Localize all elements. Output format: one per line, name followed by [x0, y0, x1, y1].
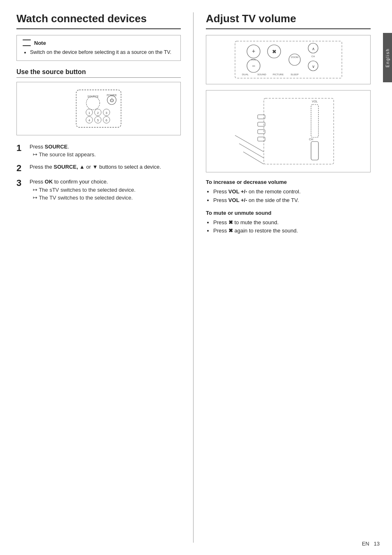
- svg-text:VOL: VOL: [311, 100, 317, 103]
- increase-item-1: Press VOL +/- on the remote control.: [213, 188, 371, 196]
- svg-rect-40: [311, 142, 318, 160]
- step-2: 2 Press the SOURCE, ▲ or ▼ buttons to se…: [16, 163, 181, 174]
- main-content: Watch connected devices Note Switch on t…: [0, 0, 383, 555]
- step-3-content: Press OK to confirm your choice. The sTV…: [30, 178, 136, 202]
- svg-text:∧: ∧: [311, 46, 314, 51]
- svg-text:✖: ✖: [272, 49, 276, 55]
- note-icon: [23, 39, 31, 46]
- note-box: Note Switch on the device before selecti…: [16, 35, 181, 61]
- step-3-bullet-2: The TV switches to the selected device.: [30, 194, 136, 202]
- svg-text:VOL: VOL: [251, 58, 256, 61]
- side-tab: English: [383, 33, 392, 82]
- svg-text:SOUND: SOUND: [257, 73, 266, 76]
- mute-heading: To mute or unmute sound: [206, 210, 371, 216]
- step-1-num: 1: [16, 143, 30, 159]
- svg-text:CH: CH: [309, 138, 313, 141]
- svg-text:POWER: POWER: [107, 94, 117, 97]
- svg-text:−: −: [251, 63, 255, 69]
- left-title: Watch connected devices: [16, 12, 181, 29]
- step-3-bullet-1: The sTV switches to the selected device.: [30, 186, 136, 194]
- svg-text:CH: CH: [311, 55, 315, 58]
- svg-text:5: 5: [97, 118, 99, 122]
- remote-svg: SOURCE POWER ⏻ 1 2 3 4: [53, 88, 144, 129]
- svg-text:⏻: ⏻: [110, 98, 114, 102]
- step-3-num: 3: [16, 178, 30, 202]
- svg-rect-37: [264, 98, 334, 164]
- svg-text:SOURCE: SOURCE: [88, 95, 99, 98]
- mute-item-1: Press ✖ to mute the sound.: [213, 218, 371, 227]
- svg-text:ZOOM: ZOOM: [291, 56, 298, 58]
- svg-text:1: 1: [88, 111, 90, 114]
- subsection-title: Use the source button: [16, 68, 181, 78]
- step-2-content: Press the SOURCE, ▲ or ▼ buttons to sele…: [30, 163, 161, 174]
- right-title: Adjust TV volume: [206, 12, 371, 29]
- step-1: 1 Press SOURCE. The source list appears.: [16, 143, 181, 159]
- mute-item-2: Press ✖ again to restore the sound.: [213, 227, 371, 235]
- mute-list: Press ✖ to mute the sound. Press ✖ again…: [206, 218, 371, 236]
- svg-text:+: +: [251, 48, 255, 54]
- svg-point-1: [86, 96, 100, 110]
- svg-text:2: 2: [97, 111, 99, 114]
- page-container: English Watch connected devices Note Swi…: [0, 0, 392, 555]
- svg-line-47: [239, 144, 264, 158]
- step-1-content: Press SOURCE. The source list appears.: [30, 143, 96, 159]
- vol-top-svg: + ✖ ∧ − ZOOM ∨ VOL: [231, 39, 346, 80]
- note-item: Switch on the device before selecting it…: [30, 49, 175, 56]
- note-text: Switch on the device before selecting it…: [23, 49, 175, 56]
- svg-text:SLEEP: SLEEP: [291, 73, 298, 76]
- svg-text:4: 4: [88, 118, 90, 122]
- increase-heading: To increase or decrease volume: [206, 179, 371, 185]
- svg-text:6: 6: [106, 118, 107, 122]
- note-header: Note: [23, 39, 175, 46]
- page-footer: EN 13: [362, 541, 380, 547]
- footer-lang: EN: [362, 541, 369, 547]
- remote-diagram: SOURCE POWER ⏻ 1 2 3 4: [16, 82, 181, 135]
- svg-rect-38: [311, 104, 318, 137]
- side-tab-label: English: [385, 48, 390, 67]
- svg-line-46: [243, 152, 264, 164]
- svg-text:3: 3: [106, 111, 107, 114]
- svg-text:∨: ∨: [311, 64, 314, 69]
- footer-page: 13: [374, 541, 380, 547]
- vol-diagram-bottom: VOL CH: [206, 90, 371, 172]
- vol-diagram-top: + ✖ ∧ − ZOOM ∨ VOL: [206, 35, 371, 84]
- increase-list: Press VOL +/- on the remote control. Pre…: [206, 188, 371, 205]
- note-label: Note: [34, 40, 46, 46]
- vol-bottom-svg: VOL CH: [231, 94, 346, 168]
- step-3: 3 Press OK to confirm your choice. The s…: [16, 178, 181, 202]
- step-2-num: 2: [16, 163, 30, 174]
- increase-item-2: Press VOL +/- on the side of the TV.: [213, 196, 371, 205]
- svg-text:PICTURE: PICTURE: [272, 73, 283, 76]
- right-column: Adjust TV volume + ✖ ∧ −: [194, 12, 371, 543]
- svg-text:DUAL: DUAL: [242, 73, 249, 76]
- steps: 1 Press SOURCE. The source list appears.…: [16, 143, 181, 202]
- left-column: Watch connected devices Note Switch on t…: [16, 12, 194, 543]
- step-1-bullet-1: The source list appears.: [30, 151, 96, 159]
